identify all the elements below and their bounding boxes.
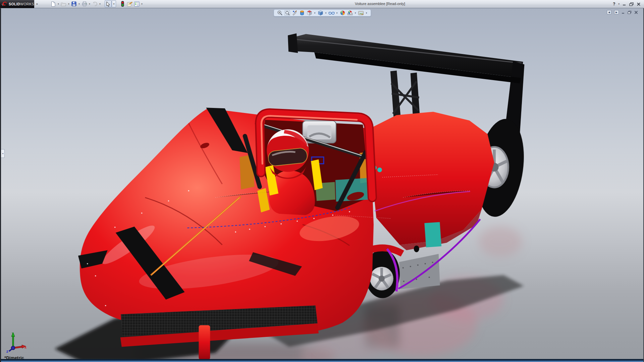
- doc-restore-icon: [628, 11, 632, 14]
- doc-close-icon: [634, 11, 638, 14]
- save-floppy-icon: [71, 1, 76, 6]
- appearance-ball-icon: [340, 10, 345, 16]
- graphics-area[interactable]: ▾ ▾ ▾: [0, 8, 644, 362]
- apply-scene-dropdown[interactable]: ▾: [354, 12, 357, 14]
- ds-logo-icon: [2, 1, 7, 6]
- doc-minimize-button[interactable]: [622, 11, 625, 14]
- print-button[interactable]: [81, 0, 88, 7]
- cylinder-view-icon: [299, 10, 305, 16]
- view-orientation-dropdown[interactable]: ▾: [314, 12, 316, 14]
- triad-y-label: Y: [12, 332, 14, 335]
- section-view-button[interactable]: [291, 10, 298, 16]
- help-button[interactable]: ?: [613, 2, 615, 6]
- feature-pane-collapse-tab[interactable]: ◂: [1, 149, 5, 158]
- view-settings-dropdown[interactable]: ▾: [365, 12, 368, 14]
- restore-button[interactable]: [629, 2, 634, 6]
- expand-pane-right-button[interactable]: ▶: [614, 10, 619, 14]
- main-toolbar: ▾ ▾ ▾: [50, 0, 144, 7]
- zoom-area-icon: [277, 10, 283, 16]
- checklist-icon: [134, 1, 140, 7]
- note-pencil-icon: [127, 1, 132, 7]
- view-cube-icon: [307, 10, 312, 16]
- window-controls: ? ▾: [613, 0, 641, 8]
- open-document-dropdown[interactable]: ▾: [67, 3, 70, 5]
- hide-show-items-button[interactable]: [328, 10, 335, 16]
- doc-restore-button[interactable]: [628, 11, 632, 14]
- close-button[interactable]: [637, 2, 641, 6]
- stoplight-icon: [121, 1, 124, 7]
- brand-text: SOLIDWORKS: [9, 2, 34, 6]
- checklist-button[interactable]: [133, 0, 140, 7]
- print-dropdown[interactable]: ▾: [88, 3, 91, 5]
- view-settings-button[interactable]: [358, 10, 364, 16]
- apply-scene-button[interactable]: [347, 10, 353, 16]
- display-style-dropdown[interactable]: ▾: [325, 12, 327, 14]
- 3d-drawing-view-button[interactable]: [299, 10, 305, 16]
- glasses-icon: [328, 10, 335, 16]
- viewport-bottom-band: [1, 359, 643, 362]
- save-dropdown[interactable]: ▾: [77, 3, 81, 5]
- document-window-controls: ◀ ▶: [607, 10, 638, 14]
- select-tool-dropdown[interactable]: ▾: [112, 0, 116, 7]
- zoom-to-area-button[interactable]: [277, 10, 283, 16]
- select-tool-button[interactable]: [105, 0, 112, 7]
- stoplight-button[interactable]: [119, 0, 126, 7]
- doc-close-button[interactable]: [634, 11, 638, 14]
- window-title: Voiture assemblee [Read-only]: [355, 0, 405, 8]
- triad-x-label: X: [24, 346, 26, 349]
- doc-minimize-icon: [622, 11, 625, 14]
- new-document-dropdown[interactable]: ▾: [57, 3, 60, 5]
- collapse-pane-left-button[interactable]: ◀: [607, 10, 611, 14]
- new-document-button[interactable]: [50, 0, 57, 7]
- select-cursor-icon: [106, 1, 110, 7]
- printer-icon: [82, 1, 87, 6]
- minimize-button[interactable]: [623, 2, 626, 6]
- titlebar: SOLIDWORKS ▸ ▾ ▾ ▾: [0, 0, 644, 8]
- minimize-icon: [623, 2, 626, 6]
- new-document-icon: [51, 1, 56, 7]
- scene-ball-icon: [347, 10, 353, 16]
- display-style-icon: [318, 10, 323, 16]
- open-folder-icon: [61, 2, 66, 6]
- undo-dropdown[interactable]: ▾: [98, 3, 102, 5]
- open-document-button[interactable]: [60, 0, 67, 7]
- undo-button[interactable]: [91, 0, 98, 7]
- hide-show-items-dropdown[interactable]: ▾: [336, 12, 338, 14]
- race-car-model[interactable]: [1, 8, 643, 362]
- splitter-post[interactable]: [199, 325, 210, 360]
- help-dropdown[interactable]: ▾: [618, 3, 620, 5]
- solidworks-logo: SOLIDWORKS: [0, 0, 34, 8]
- view-settings-icon: [358, 10, 364, 16]
- view-orientation-button[interactable]: [306, 10, 313, 16]
- display-style-button[interactable]: [317, 10, 324, 16]
- headsup-view-toolbar: ▾ ▾ ▾: [274, 9, 371, 16]
- restore-icon: [629, 2, 634, 6]
- zoom-to-fit-button[interactable]: [284, 10, 290, 16]
- annotation-pad-button[interactable]: [126, 0, 133, 7]
- orientation-triad: Y X Z: [6, 331, 27, 353]
- menu-expand-button[interactable]: ▸: [35, 1, 40, 7]
- triad-z-label: Z: [6, 350, 8, 353]
- zoom-fit-icon: [284, 10, 290, 16]
- edit-appearance-button[interactable]: [339, 10, 346, 16]
- save-button[interactable]: [70, 0, 77, 7]
- close-icon: [637, 2, 641, 6]
- checklist-dropdown[interactable]: ▾: [140, 3, 144, 5]
- undo-arrow-icon: [92, 1, 98, 6]
- section-knife-icon: [292, 10, 298, 16]
